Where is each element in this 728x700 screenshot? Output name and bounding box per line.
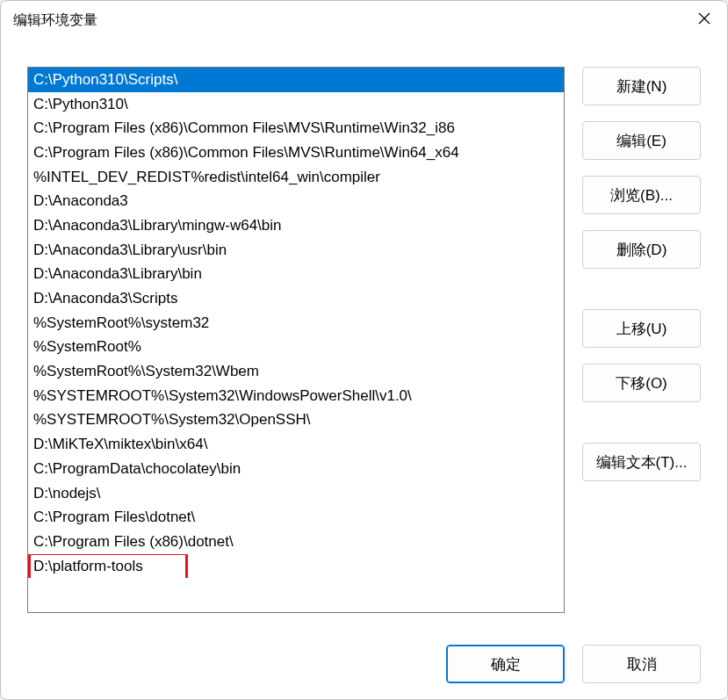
list-item[interactable]: C:\Program Files (x86)\Common Files\MVS\… bbox=[28, 116, 564, 141]
cancel-button[interactable]: 取消 bbox=[582, 645, 701, 683]
list-item-empty[interactable] bbox=[28, 578, 564, 603]
list-item[interactable]: D:\Anaconda3\Scripts bbox=[28, 286, 564, 311]
list-item[interactable]: %SYSTEMROOT%\System32\WindowsPowerShell\… bbox=[28, 384, 564, 408]
path-listbox[interactable]: C:\Python310\Scripts\C:\Python310\C:\Pro… bbox=[27, 67, 565, 613]
move-down-button[interactable]: 下移(O) bbox=[582, 364, 701, 402]
list-item[interactable]: C:\Program Files\dotnet\ bbox=[28, 505, 564, 530]
list-item[interactable]: C:\ProgramData\chocolatey\bin bbox=[28, 457, 564, 481]
dialog-title: 编辑环境变量 bbox=[13, 11, 97, 30]
list-item[interactable]: D:\Anaconda3\Library\mingw-w64\bin bbox=[28, 213, 564, 238]
list-item[interactable]: C:\Program Files (x86)\Common Files\MVS\… bbox=[28, 141, 564, 165]
list-item[interactable]: D:\MiKTeX\miktex\bin\x64\ bbox=[28, 432, 564, 457]
list-item[interactable]: %INTEL_DEV_REDIST%redist\intel64_win\com… bbox=[28, 165, 564, 190]
close-button[interactable] bbox=[687, 4, 722, 32]
list-item[interactable]: D:\Anaconda3 bbox=[28, 189, 564, 213]
titlebar: 编辑环境变量 bbox=[1, 1, 727, 40]
list-item[interactable]: D:\platform-tools bbox=[28, 554, 564, 579]
list-item[interactable]: C:\Program Files (x86)\dotnet\ bbox=[28, 530, 564, 554]
content-area: C:\Python310\Scripts\C:\Python310\C:\Pro… bbox=[1, 40, 727, 629]
list-item[interactable]: C:\Python310\Scripts\ bbox=[28, 68, 564, 92]
list-item[interactable]: D:\Anaconda3\Library\bin bbox=[28, 263, 564, 287]
browse-button[interactable]: 浏览(B)... bbox=[582, 176, 701, 214]
ok-button[interactable]: 确定 bbox=[446, 645, 565, 683]
list-item[interactable]: %SystemRoot%\system32 bbox=[28, 311, 564, 336]
edit-text-button[interactable]: 编辑文本(T)... bbox=[582, 443, 701, 481]
list-item[interactable]: C:\Python310\ bbox=[28, 92, 564, 117]
list-item[interactable]: D:\Anaconda3\Library\usr\bin bbox=[28, 238, 564, 263]
footer-buttons: 确定 取消 bbox=[1, 629, 727, 699]
edit-env-var-dialog: 编辑环境变量 C:\Python310\Scripts\C:\Python310… bbox=[0, 0, 728, 700]
list-item[interactable]: D:\nodejs\ bbox=[28, 481, 564, 506]
list-item[interactable]: %SystemRoot% bbox=[28, 336, 564, 360]
list-item[interactable]: %SystemRoot%\System32\Wbem bbox=[28, 359, 564, 384]
move-up-button[interactable]: 上移(U) bbox=[582, 309, 701, 348]
close-icon bbox=[698, 12, 710, 25]
new-button[interactable]: 新建(N) bbox=[582, 67, 701, 105]
list-item[interactable]: %SYSTEMROOT%\System32\OpenSSH\ bbox=[28, 408, 564, 433]
side-button-column: 新建(N) 编辑(E) 浏览(B)... 删除(D) 上移(U) 下移(O) 编… bbox=[582, 67, 701, 629]
delete-button[interactable]: 删除(D) bbox=[582, 230, 701, 269]
edit-button[interactable]: 编辑(E) bbox=[582, 121, 701, 160]
